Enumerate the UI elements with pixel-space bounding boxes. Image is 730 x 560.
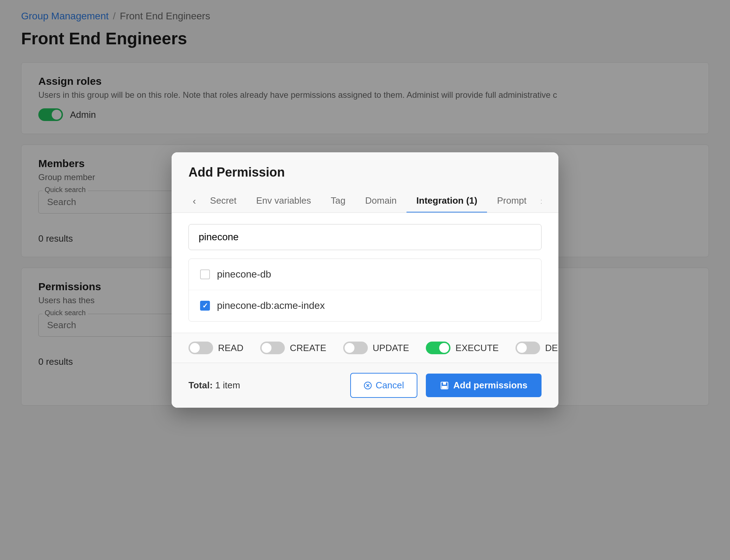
- list-item: pinecone-db:acme-index: [189, 290, 541, 321]
- item-label-pinecone-db-acme-index: pinecone-db:acme-index: [217, 300, 325, 311]
- execute-label: EXECUTE: [455, 343, 499, 354]
- create-toggle[interactable]: [260, 342, 285, 354]
- tab-domain[interactable]: Domain: [355, 190, 406, 212]
- list-item: pinecone-db: [189, 259, 541, 290]
- tab-env-variables[interactable]: Env variables: [246, 190, 321, 212]
- create-label: CREATE: [290, 343, 326, 354]
- items-list: pinecone-db pinecone-db:acme-index: [188, 259, 542, 322]
- add-permission-modal: Add Permission ‹ Secret Env variables Ta…: [172, 152, 558, 408]
- delete-toggle[interactable]: [516, 342, 540, 354]
- item-label-pinecone-db: pinecone-db: [217, 269, 271, 280]
- read-label: READ: [218, 343, 243, 354]
- modal-tabs: ‹ Secret Env variables Tag Domain Integr…: [188, 190, 542, 212]
- update-toggle[interactable]: [343, 342, 368, 354]
- tab-integration[interactable]: Integration (1): [406, 190, 487, 212]
- modal-overlay: Add Permission ‹ Secret Env variables Ta…: [0, 0, 730, 560]
- save-icon: [440, 381, 449, 390]
- tabs-prev-button[interactable]: ‹: [188, 196, 200, 207]
- modal-permissions-row: READ CREATE UPDATE EXECUTE DELETE: [172, 333, 558, 363]
- tab-tag[interactable]: Tag: [321, 190, 356, 212]
- total-count: Total: 1 item: [188, 380, 240, 391]
- tab-secret[interactable]: Secret: [200, 190, 246, 212]
- cancel-label: Cancel: [376, 380, 404, 391]
- update-label: UPDATE: [373, 343, 409, 354]
- modal-header: Add Permission ‹ Secret Env variables Ta…: [172, 152, 558, 213]
- execute-toggle[interactable]: [426, 342, 450, 354]
- create-permission-item: CREATE: [260, 342, 326, 354]
- modal-title: Add Permission: [188, 165, 542, 180]
- tabs-next-button[interactable]: ›: [536, 196, 542, 207]
- execute-permission-item: EXECUTE: [426, 342, 499, 354]
- read-toggle[interactable]: [188, 342, 213, 354]
- tab-prompt[interactable]: Prompt: [487, 190, 536, 212]
- item-checkbox-pinecone-db[interactable]: [200, 269, 210, 279]
- read-permission-item: READ: [188, 342, 243, 354]
- svg-rect-5: [442, 386, 447, 389]
- svg-rect-4: [443, 382, 446, 385]
- delete-permission-item: DELETE: [516, 342, 558, 354]
- add-permissions-label: Add permissions: [453, 380, 527, 391]
- update-permission-item: UPDATE: [343, 342, 409, 354]
- cancel-button[interactable]: Cancel: [350, 373, 417, 398]
- item-checkbox-pinecone-db-acme-index[interactable]: [200, 301, 210, 311]
- modal-body: pinecone-db pinecone-db:acme-index: [172, 213, 558, 333]
- cancel-circle-icon: [364, 381, 372, 390]
- delete-label: DELETE: [545, 343, 558, 354]
- modal-search-input[interactable]: [188, 224, 542, 250]
- add-permissions-button[interactable]: Add permissions: [426, 374, 542, 397]
- modal-footer: Total: 1 item Cancel Add permissions: [172, 363, 558, 408]
